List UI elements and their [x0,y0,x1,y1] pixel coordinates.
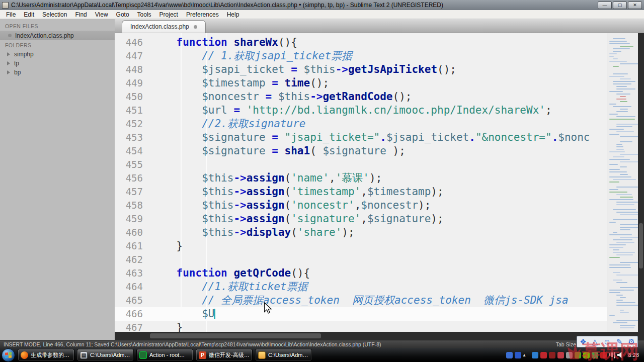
code-line[interactable]: 466 $U [115,307,644,321]
vertical-scrollbar[interactable] [638,33,644,340]
tray-icon-recorder[interactable] [549,352,555,358]
triangle-a-icon[interactable]: △ [592,338,598,345]
code-line[interactable]: 458 $this->assign('noncestr',$noncestr); [115,199,644,212]
tab-modified-dot-icon[interactable] [194,25,197,29]
line-number: 462 [115,253,151,266]
taskbar-button-powerpoint[interactable]: P微信开发-高级篇.pp... [196,349,253,361]
tray-icon-record[interactable] [540,352,547,358]
taskbar-button-label: C:\Users\Administr... [268,352,309,358]
line-number: 463 [115,266,151,280]
tray-icon-grid-list[interactable] [566,352,573,358]
code-line[interactable]: 457 $this->assign('timestamp',$timestamp… [115,185,644,199]
sidebar-folder-simphp[interactable]: simphp [0,50,115,59]
code-line[interactable]: 460 $this->display('share'); [115,226,644,239]
taskbar-button-firefox[interactable]: 生成带参数的二维码... [18,349,74,361]
code-line[interactable]: 450 $noncestr = $this->getRandCode(); [115,90,644,104]
screen-annotation-toolbar[interactable]: ❖ △ ☺ ✎ ⚙ [577,336,638,347]
tray-icon-help-question[interactable] [515,352,521,358]
code-line[interactable]: 452 //2.获取signature [115,117,644,131]
line-number: 456 [115,171,151,185]
code-line[interactable]: 455 [115,158,644,171]
tray-icon-shield[interactable] [592,352,598,358]
code-line[interactable]: 447 // 1.获取jsapi_ticket票据 [115,49,644,63]
menu-item-preferences[interactable]: Preferences [182,10,223,19]
folder-expand-icon[interactable] [7,61,10,65]
app-icon [2,2,9,9]
taskbar-button-sublime[interactable]: ▤C:\Users\Administr... [77,349,134,361]
menu-item-project[interactable]: Project [155,10,182,19]
start-button[interactable] [2,348,15,362]
tab-size-indicator[interactable]: Tab Size [556,341,576,347]
menu-item-goto[interactable]: Goto [112,10,133,19]
code-line[interactable]: 464 //1.获取ticket票据 [115,280,644,294]
code-line[interactable]: 456 $this->assign('name','慕课'); [115,171,644,185]
folder-label: tp [14,60,19,67]
vertical-scroll-thumb[interactable] [639,223,643,268]
menu-item-selection[interactable]: Selection [38,10,71,19]
tray-icon-red-app[interactable] [557,352,564,358]
code-editor[interactable]: 446 function shareWx(){447 // 1.获取jsapi_… [115,33,644,340]
line-number: 446 [115,36,151,49]
tray-icon-signal[interactable] [609,352,615,358]
code-line[interactable]: 463 function getQrCode(){ [115,266,644,280]
taskbar-button-label: C:\Users\Administr... [90,352,131,358]
menu-item-help[interactable]: Help [223,10,244,19]
folder-expand-icon[interactable] [7,70,10,74]
code-line[interactable]: 462 [115,253,644,266]
code-text: // 全局票据access_token 网页授权access_token 微信j… [151,294,644,307]
window-title: C:\Users\Administrator\AppData\Local\Tem… [11,2,598,9]
code-text: } [151,239,644,253]
maximize-button[interactable]: ▢ [613,2,627,9]
code-line[interactable]: 446 function shareWx(){ [115,36,644,49]
taskbar-button-terminal[interactable]: Action - root@121.... [136,349,193,361]
code-text: $this->assign('name','慕课'); [151,171,644,185]
code-line[interactable]: 454 $signature = sha1( $signature ); [115,144,644,158]
code-line[interactable]: 448 $jsapi_ticket = $this->getJsApiTicke… [115,63,644,76]
code-text [151,158,644,171]
tray-icon-overflow-arrow[interactable]: ▴ [523,352,530,358]
tray-icon-battery[interactable] [600,352,607,358]
horizontal-scrollbar[interactable] [115,332,638,340]
smiley-icon[interactable]: ☺ [603,338,611,345]
code-line[interactable]: 461 } [115,239,644,253]
terminal-icon [139,351,147,359]
horizontal-scroll-thumb[interactable] [150,333,321,338]
tray-icon-baidu-paw[interactable] [506,352,513,358]
tray-icon-media-play[interactable] [532,352,538,358]
sidebar-folder-tp[interactable]: tp [0,59,115,68]
code-line[interactable]: 451 $url = 'http://bd.liangmlk.cn/imooc.… [115,104,644,117]
code-text: $this->display('share'); [151,226,644,239]
taskbar-button-folder[interactable]: C:\Users\Administr... [255,349,312,361]
tray-icon-speaker[interactable] [617,352,624,358]
menu-item-view[interactable]: View [91,10,112,19]
paw-icon[interactable]: ❖ [580,338,586,345]
code-line[interactable]: 453 $signature = "jsapi_ticket=".$jsapi_… [115,131,644,144]
menu-bar: FileEditSelectionFindViewGotoToolsProjec… [0,10,644,19]
sidebar-item-open-file[interactable]: IndexAction.class.php [0,31,115,40]
minimize-button[interactable]: — [598,2,612,9]
code-line[interactable]: 459 $this->assign('signature',$signature… [115,212,644,226]
tray-icon-green-plus[interactable] [575,352,581,358]
code-line[interactable]: 465 // 全局票据access_token 网页授权access_token… [115,294,644,307]
menu-item-edit[interactable]: Edit [20,10,38,19]
menu-item-file[interactable]: File [2,10,20,19]
code-text: function shareWx(){ [151,36,644,49]
menu-item-find[interactable]: Find [71,10,91,19]
sidebar-folder-bp[interactable]: bp [0,68,115,77]
gear-icon[interactable]: ⚙ [628,338,634,345]
sublime-icon: ▤ [80,351,88,359]
code-line[interactable]: 449 $timestamp = time(); [115,76,644,90]
code-text: //2.获取signature [151,117,644,131]
close-button[interactable]: ✕ [628,2,642,9]
status-message: INSERT MODE, Line 466, Column 11; Saved … [4,341,556,347]
tab-indexaction[interactable]: IndexAction.class.php [122,20,206,33]
line-number: 457 [115,185,151,199]
tray-icon-nvidia[interactable] [583,352,590,358]
minimap[interactable] [607,33,638,332]
menu-item-tools[interactable]: Tools [133,10,155,19]
line-number: 450 [115,90,151,104]
folder-expand-icon[interactable] [7,52,10,56]
code-text: $signature = "jsapi_ticket=".$jsapi_tick… [151,131,644,144]
taskbar-clock[interactable]: 8:28 [628,352,639,358]
pen-icon[interactable]: ✎ [616,338,623,345]
